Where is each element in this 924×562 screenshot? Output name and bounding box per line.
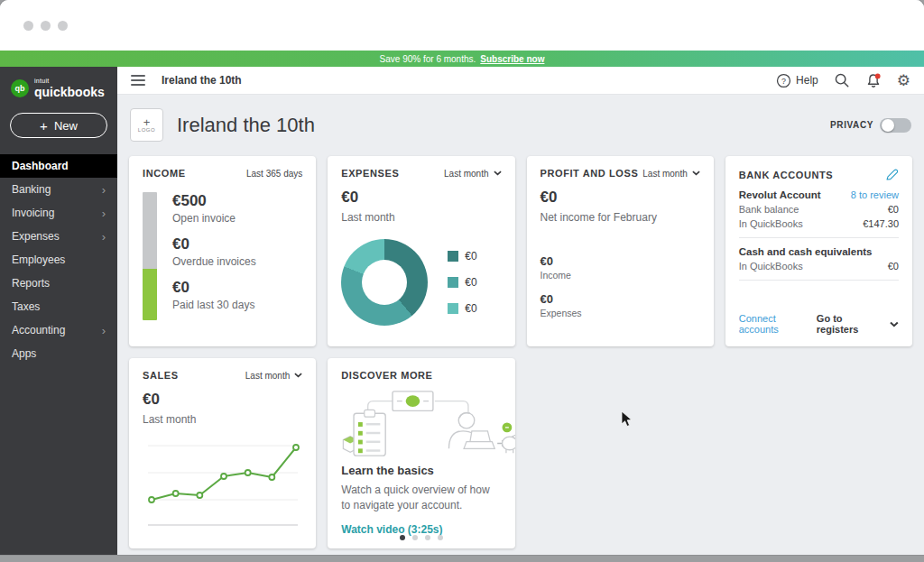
sidebar-nav: Dashboard Banking › Invoicing › Expenses… — [0, 154, 117, 365]
hamburger-menu-icon[interactable] — [131, 75, 145, 86]
sidebar-item-expenses[interactable]: Expenses › — [0, 225, 117, 248]
notifications-button[interactable] — [865, 72, 882, 89]
promo-text: Save 90% for 6 months. — [380, 54, 476, 64]
income-overdue-invoices[interactable]: €0 Overdue invoices — [172, 235, 256, 268]
sidebar-item-dashboard[interactable]: Dashboard — [0, 154, 117, 178]
chevron-right-icon: › — [102, 231, 106, 243]
chevron-down-icon — [692, 170, 700, 176]
quickbooks-logo: qb intuit quickbooks — [0, 67, 117, 101]
toggle-knob — [882, 119, 894, 132]
sidebar-item-invoicing[interactable]: Invoicing › — [0, 201, 117, 225]
carousel-dot[interactable] — [412, 535, 418, 540]
divider — [739, 237, 899, 238]
cash-equivalents-title: Cash and cash equivalents — [739, 246, 873, 257]
company-name: Ireland the 10th — [162, 74, 242, 87]
bell-icon — [865, 72, 882, 89]
legend-item: €0 — [448, 250, 476, 263]
edit-accounts-button[interactable] — [885, 168, 899, 181]
dashboard-content: + LOGO Ireland the 10th PRIVACY INCOME — [117, 95, 924, 555]
watch-video-link[interactable]: Watch video (3:25s) — [341, 523, 501, 536]
expenses-amount: €0 — [341, 189, 501, 207]
plus-icon: + — [40, 119, 48, 133]
window-close-button[interactable] — [23, 21, 33, 31]
bank-accounts-card: BANK ACCOUNTS Revolut Account 8 to revie… — [725, 156, 912, 346]
subscribe-now-link[interactable]: Subscribe now — [480, 54, 544, 64]
brand-intuit: intuit — [34, 78, 105, 84]
profit-loss-period-dropdown[interactable]: Last month — [642, 169, 699, 179]
privacy-label: PRIVACY — [830, 120, 873, 130]
bank-accounts-title: BANK ACCOUNTS — [739, 170, 834, 180]
privacy-toggle[interactable] — [880, 118, 911, 133]
laptop-base — [464, 442, 494, 449]
carousel-dot[interactable] — [400, 535, 405, 540]
sidebar: qb intuit quickbooks + New Dashboard Ban… — [0, 67, 117, 555]
brand-quickbooks: quickbooks — [34, 85, 105, 99]
chevron-down-icon — [890, 321, 899, 327]
chevron-down-icon — [294, 373, 302, 378]
pl-expenses-item: €0 Expenses — [541, 292, 700, 318]
piggy-bank — [503, 437, 515, 450]
sidebar-item-taxes[interactable]: Taxes — [0, 295, 117, 318]
legend-swatch — [448, 277, 458, 288]
sidebar-item-employees[interactable]: Employees — [0, 248, 117, 272]
income-period: Last 365 days — [246, 169, 302, 179]
sales-card: SALES Last month €0 Last month — [129, 358, 316, 548]
notification-dot — [875, 73, 881, 78]
income-bar-open — [143, 192, 157, 269]
income-bar-chart — [143, 192, 157, 320]
top-navbar: Ireland the 10th ? Help — [117, 67, 924, 95]
profit-loss-title: PROFIT AND LOSS — [541, 168, 639, 179]
go-to-registers-dropdown[interactable]: Go to registers — [817, 313, 899, 335]
discover-illustration — [341, 387, 514, 461]
carousel-dots — [328, 535, 514, 540]
help-label: Help — [796, 74, 818, 87]
search-button[interactable] — [834, 72, 850, 88]
legend-swatch — [448, 303, 458, 314]
carousel-dot[interactable] — [425, 535, 430, 540]
connect-accounts-link[interactable]: Connect accounts — [739, 313, 817, 335]
window-zoom-button[interactable] — [58, 21, 68, 31]
income-title: INCOME — [143, 168, 186, 179]
page-title: Ireland the 10th — [177, 114, 315, 137]
new-button[interactable]: + New — [10, 113, 107, 138]
income-paid-last-30[interactable]: €0 Paid last 30 days — [172, 279, 256, 311]
pencil-icon — [885, 168, 899, 181]
chevron-right-icon: › — [102, 184, 106, 196]
sidebar-item-reports[interactable]: Reports — [0, 272, 117, 295]
legend-item: €0 — [448, 276, 476, 289]
discover-heading: Learn the basics — [341, 464, 501, 477]
svg-text:?: ? — [781, 76, 786, 85]
expenses-legend: €0 €0 €0 — [448, 250, 476, 315]
sidebar-item-accounting[interactable]: Accounting › — [0, 318, 117, 342]
legend-item: €0 — [448, 302, 476, 315]
sidebar-item-apps[interactable]: Apps — [0, 342, 117, 365]
income-bar-paid — [143, 269, 157, 320]
chevron-right-icon: › — [102, 207, 106, 219]
help-icon: ? — [776, 73, 791, 88]
carousel-dot[interactable] — [438, 535, 443, 540]
company-logo-upload[interactable]: + LOGO — [130, 108, 163, 142]
help-button[interactable]: ? Help — [776, 73, 818, 88]
laptop-screen — [470, 431, 490, 442]
gear-icon: ⚙ — [897, 73, 910, 88]
settings-button[interactable]: ⚙ — [897, 73, 910, 88]
legend-swatch — [448, 251, 458, 262]
discover-more-title: DISCOVER MORE — [341, 370, 432, 381]
sales-period-dropdown[interactable]: Last month — [245, 371, 302, 381]
to-review-link[interactable]: 8 to review — [851, 189, 899, 200]
sidebar-item-banking[interactable]: Banking › — [0, 178, 117, 201]
expenses-period-dropdown[interactable]: Last month — [444, 169, 501, 179]
profit-loss-card: PROFIT AND LOSS Last month €0 Net income… — [527, 156, 714, 346]
income-open-invoice[interactable]: €500 Open invoice — [172, 192, 256, 225]
expenses-card: EXPENSES Last month €0 Last month — [328, 156, 514, 346]
sales-line-chart — [143, 435, 303, 529]
plus-icon: + — [143, 117, 151, 127]
window-minimize-button[interactable] — [41, 21, 51, 31]
expenses-donut-chart — [341, 239, 428, 326]
promo-banner: Save 90% for 6 months. Subscribe now — [0, 51, 924, 67]
divider — [739, 280, 899, 281]
chevron-right-icon: › — [102, 325, 106, 336]
expenses-title: EXPENSES — [341, 168, 399, 179]
browser-chrome — [0, 0, 924, 51]
pl-income-item: €0 Income — [541, 254, 700, 281]
